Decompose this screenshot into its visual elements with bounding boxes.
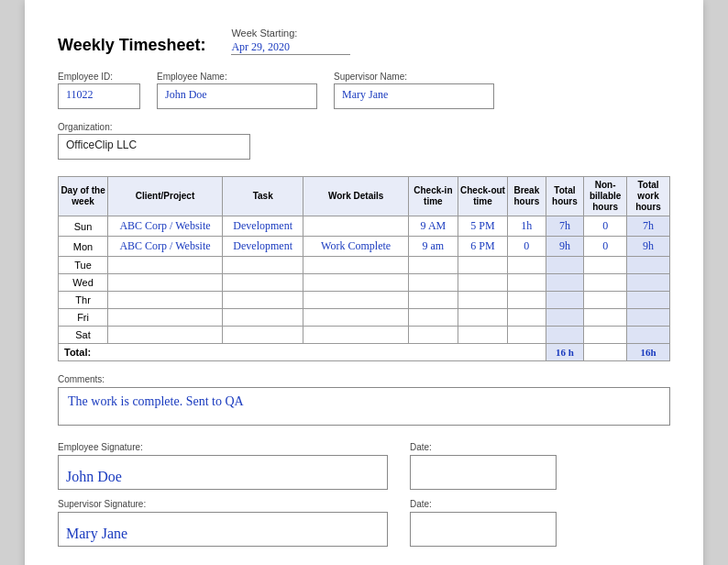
total-hours-value: 16 h <box>546 344 584 361</box>
col-header-workdetails: Work Details <box>303 177 408 216</box>
table-row: MonABC Corp / WebsiteDevelopmentWork Com… <box>59 237 670 257</box>
cell-task: Development <box>222 216 303 237</box>
cell-client: ABC Corp / Website <box>108 237 223 257</box>
cell-day: Wed <box>59 274 108 292</box>
cell-work_details <box>303 257 408 274</box>
comments-value: The work is complete. Sent to QA <box>58 387 670 426</box>
cell-checkin <box>408 292 458 309</box>
cell-client <box>108 292 223 309</box>
employee-id-label: Employee ID: <box>58 72 140 82</box>
cell-client: ABC Corp / Website <box>108 216 223 237</box>
col-header-total: Total hours <box>546 177 584 216</box>
organization-label: Organization: <box>58 122 670 132</box>
cell-total: 9h <box>546 237 584 257</box>
col-header-checkin: Check-in time <box>408 177 458 216</box>
cell-total <box>546 257 584 274</box>
employee-signature-field: Employee Signature: John Doe <box>58 442 388 490</box>
col-header-nonbill: Non-billable hours <box>584 177 627 216</box>
col-header-task: Task <box>222 177 303 216</box>
cell-total <box>546 274 584 292</box>
cell-break: 1h <box>508 216 546 237</box>
col-header-totalwork: Total work hours <box>627 177 670 216</box>
supervisor-signature-row: Supervisor Signature: Mary Jane Date: <box>58 499 670 547</box>
total-label: Total: <box>59 344 546 361</box>
cell-day: Thr <box>59 292 108 309</box>
cell-day: Tue <box>59 257 108 274</box>
cell-checkin <box>408 327 458 344</box>
cell-total <box>546 292 584 309</box>
cell-break <box>508 257 546 274</box>
cell-client <box>108 327 223 344</box>
employee-name-field: Employee Name: John Doe <box>157 72 317 109</box>
employee-date-value <box>410 455 557 490</box>
employee-name-label: Employee Name: <box>157 72 317 82</box>
timesheet-page: Weekly Timesheet: Week Starting: Apr 29,… <box>25 0 703 565</box>
cell-work_details <box>303 327 408 344</box>
cell-nonbill <box>584 292 627 309</box>
cell-total <box>546 327 584 344</box>
employee-signature-label: Employee Signature: <box>58 442 388 452</box>
cell-task <box>222 274 303 292</box>
cell-totalwork: 7h <box>627 216 670 237</box>
cell-checkout <box>458 327 507 344</box>
week-block: Week Starting: Apr 29, 2020 <box>231 28 350 55</box>
organization-row: Organization: OfficeClip LLC <box>58 122 670 160</box>
cell-day: Sun <box>59 216 108 237</box>
cell-checkout <box>458 274 507 292</box>
cell-checkin <box>408 274 458 292</box>
col-header-day: Day of the week <box>59 177 108 216</box>
cell-task <box>222 257 303 274</box>
supervisor-date-field: Date: <box>410 499 557 547</box>
organization-value: OfficeClip LLC <box>58 134 250 160</box>
table-row: Sat <box>59 327 670 344</box>
cell-totalwork: 9h <box>627 237 670 257</box>
cell-client <box>108 274 223 292</box>
cell-work_details <box>303 216 408 237</box>
employee-signature-row: Employee Signature: John Doe Date: <box>58 442 670 490</box>
header-row: Weekly Timesheet: Week Starting: Apr 29,… <box>58 28 670 55</box>
cell-break <box>508 274 546 292</box>
week-starting-value: Apr 29, 2020 <box>231 40 350 55</box>
employee-info-row: Employee ID: 11022 Employee Name: John D… <box>58 72 670 109</box>
cell-nonbill: 0 <box>584 216 627 237</box>
page-title: Weekly Timesheet: <box>58 36 205 55</box>
table-header-row: Day of the week Client/Project Task Work… <box>59 177 670 216</box>
cell-task: Development <box>222 237 303 257</box>
cell-checkout <box>458 257 507 274</box>
cell-day: Mon <box>59 237 108 257</box>
col-header-break: Break hours <box>508 177 546 216</box>
cell-checkout <box>458 309 507 327</box>
employee-id-field: Employee ID: 11022 <box>58 72 140 109</box>
total-nonbill-value <box>584 344 627 361</box>
supervisor-name-field: Supervisor Name: Mary Jane <box>334 72 494 109</box>
cell-client <box>108 257 223 274</box>
cell-total <box>546 309 584 327</box>
col-header-checkout: Check-out time <box>458 177 507 216</box>
table-row: Fri <box>59 309 670 327</box>
cell-nonbill: 0 <box>584 237 627 257</box>
total-work-value: 16h <box>627 344 670 361</box>
cell-checkin <box>408 309 458 327</box>
cell-work_details <box>303 309 408 327</box>
employee-date-label: Date: <box>410 442 557 452</box>
cell-totalwork <box>627 327 670 344</box>
cell-totalwork <box>627 309 670 327</box>
cell-nonbill <box>584 274 627 292</box>
cell-day: Fri <box>59 309 108 327</box>
col-header-client: Client/Project <box>108 177 223 216</box>
cell-checkout: 6 PM <box>458 237 507 257</box>
cell-work_details: Work Complete <box>303 237 408 257</box>
cell-task <box>222 309 303 327</box>
supervisor-date-label: Date: <box>410 499 557 509</box>
supervisor-signature-field: Supervisor Signature: Mary Jane <box>58 499 388 547</box>
cell-totalwork <box>627 292 670 309</box>
cell-break: 0 <box>508 237 546 257</box>
cell-break <box>508 327 546 344</box>
cell-nonbill <box>584 257 627 274</box>
cell-checkin: 9 AM <box>408 216 458 237</box>
table-row: SunABC Corp / WebsiteDevelopment9 AM5 PM… <box>59 216 670 237</box>
week-starting-label: Week Starting: <box>231 28 350 39</box>
table-row: Wed <box>59 274 670 292</box>
cell-totalwork <box>627 274 670 292</box>
cell-nonbill <box>584 327 627 344</box>
